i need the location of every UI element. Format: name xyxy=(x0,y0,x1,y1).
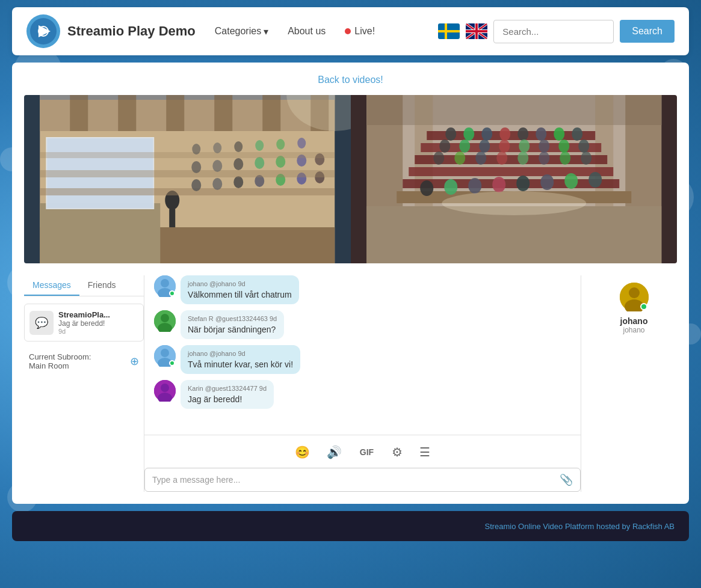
search-button[interactable]: Search xyxy=(620,20,675,43)
swedish-flag-button[interactable] xyxy=(438,23,460,39)
subroom-change-button[interactable]: ⊕ xyxy=(130,355,139,368)
uk-flag-icon xyxy=(466,23,487,39)
back-link[interactable]: Back to videos! xyxy=(318,75,383,85)
svg-point-79 xyxy=(420,180,433,196)
footer: Streamio Online Video Platform hosted by… xyxy=(12,511,689,541)
svg-rect-18 xyxy=(169,209,175,227)
menu-icon: ☰ xyxy=(419,446,430,459)
chat-message: Stefan R @guest13324463 9d När börjar sä… xyxy=(154,310,571,339)
lecture-hall-right xyxy=(351,95,678,263)
svg-point-83 xyxy=(516,176,530,191)
chat-meta: Stefan R @guest13324463 9d xyxy=(188,315,277,322)
audio-button[interactable]: 🔊 xyxy=(324,443,344,462)
settings-button[interactable]: ⚙ xyxy=(389,443,405,462)
live-button[interactable]: Live! xyxy=(338,21,382,41)
logo-area[interactable]: Streamio Play Demo xyxy=(26,14,196,48)
svg-rect-11 xyxy=(262,95,280,131)
chat-text: Välkommen till vårt chatrum xyxy=(188,290,292,299)
main-content: Back to videos! xyxy=(12,63,689,504)
categories-button[interactable]: Categories ▾ xyxy=(208,21,276,42)
chat-text: Två minuter kvar, sen kör vi! xyxy=(188,360,293,369)
header: Streamio Play Demo Categories ▾ About us… xyxy=(12,7,689,55)
dropdown-icon: ▾ xyxy=(264,26,268,37)
uk-flag-button[interactable] xyxy=(466,23,487,39)
avatar-stefan xyxy=(154,310,176,332)
message-input-row: 📎 xyxy=(144,468,581,492)
svg-rect-9 xyxy=(166,95,184,131)
svg-point-69 xyxy=(578,139,589,153)
emoji-button[interactable]: 😊 xyxy=(292,443,312,462)
search-input[interactable] xyxy=(493,20,614,43)
svg-point-41 xyxy=(297,138,306,149)
svg-point-38 xyxy=(234,141,242,152)
svg-point-40 xyxy=(276,139,285,150)
svg-rect-8 xyxy=(118,95,136,131)
avatar-johano2 xyxy=(154,345,176,367)
subroom-section: Current Subroom: Main Room ⊕ xyxy=(24,348,144,375)
subroom-label: Current Subroom: Main Room xyxy=(29,352,91,370)
gif-button[interactable]: GIF xyxy=(356,445,377,459)
svg-point-56 xyxy=(481,127,492,141)
menu-button[interactable]: ☰ xyxy=(417,443,433,462)
svg-point-90 xyxy=(442,191,586,215)
svg-rect-53 xyxy=(403,179,619,188)
svg-point-59 xyxy=(536,127,546,141)
about-label: About us xyxy=(288,26,326,37)
attach-button[interactable]: 📎 xyxy=(560,473,573,486)
logo-text: Streamio Play Demo xyxy=(67,23,196,39)
svg-point-37 xyxy=(213,142,221,153)
svg-point-67 xyxy=(539,139,549,153)
tab-friends[interactable]: Friends xyxy=(79,275,125,296)
room-icon: 💬 xyxy=(29,311,54,335)
svg-point-36 xyxy=(192,144,200,155)
svg-point-64 xyxy=(479,139,490,153)
svg-rect-27 xyxy=(40,170,335,177)
svg-point-77 xyxy=(581,152,591,165)
chat-message: johano @johano 9d Välkommen till vårt ch… xyxy=(154,275,571,304)
chat-tabs: Messages Friends xyxy=(24,275,144,296)
chat-input-area: 😊 🔊 GIF ⚙ ☰ xyxy=(144,435,581,492)
video-left[interactable] xyxy=(24,95,351,263)
svg-rect-35 xyxy=(40,152,335,158)
svg-point-31 xyxy=(255,157,264,169)
search-button-label: Search xyxy=(632,26,662,36)
chat-meta: johano @johano 9d xyxy=(188,350,293,357)
svg-point-70 xyxy=(433,152,444,165)
svg-point-104 xyxy=(629,287,640,298)
lecture-hall-left xyxy=(24,95,351,263)
chat-text: När börjar sändningen? xyxy=(188,325,277,334)
room-time: 9d xyxy=(58,328,138,335)
logo-icon xyxy=(26,14,60,48)
svg-point-86 xyxy=(588,172,602,188)
avatar-circle xyxy=(154,310,176,332)
user-online-dot xyxy=(640,303,647,310)
svg-rect-7 xyxy=(70,95,88,131)
footer-link[interactable]: Streamio Online Video Platform hosted by… xyxy=(484,522,675,531)
nav-area: Categories ▾ About us Live! xyxy=(208,21,427,42)
message-input[interactable] xyxy=(152,475,560,485)
chat-bubble: johano @johano 9d Två minuter kvar, sen … xyxy=(181,345,300,374)
svg-point-66 xyxy=(519,139,530,153)
svg-point-62 xyxy=(439,139,450,153)
chat-sidebar: Messages Friends 💬 StreamioPla... Jag är… xyxy=(24,275,144,492)
video-right[interactable] xyxy=(351,95,678,263)
tab-messages[interactable]: Messages xyxy=(24,275,79,296)
chat-meta: johano @johano 9d xyxy=(188,280,292,287)
room-info: StreamioPla... Jag är beredd! 9d xyxy=(58,310,138,335)
chat-meta: Karin @guest13324477 9d xyxy=(188,385,267,392)
svg-point-74 xyxy=(517,152,528,165)
svg-point-80 xyxy=(444,179,457,195)
user-panel: johano johano xyxy=(581,275,677,492)
chat-room-item[interactable]: 💬 StreamioPla... Jag är beredd! 9d xyxy=(24,304,144,341)
svg-point-75 xyxy=(539,152,549,165)
svg-rect-52 xyxy=(409,167,613,176)
svg-point-55 xyxy=(463,127,474,141)
svg-point-60 xyxy=(554,127,564,141)
messages-and-input: johano @johano 9d Välkommen till vårt ch… xyxy=(144,275,581,492)
about-button[interactable]: About us xyxy=(280,21,333,41)
chat-toolbar: 😊 🔊 GIF ⚙ ☰ xyxy=(144,443,581,462)
svg-point-54 xyxy=(445,127,456,141)
svg-point-28 xyxy=(191,161,201,173)
chat-bubble: Stefan R @guest13324463 9d När börjar sä… xyxy=(181,310,284,339)
svg-point-71 xyxy=(454,152,465,165)
